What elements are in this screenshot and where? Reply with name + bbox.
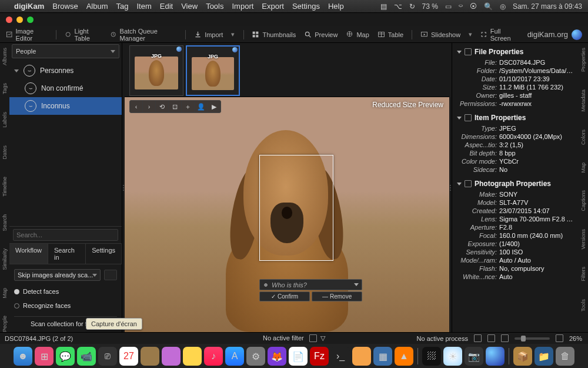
dock-monitor-icon[interactable]: ⛆ xyxy=(422,347,441,366)
fullscreen-button[interactable]: Full Screen xyxy=(480,28,519,42)
thumbnails-button[interactable]: Thumbnails xyxy=(252,31,296,38)
zoom-window-button[interactable] xyxy=(27,16,34,23)
tab-workflow[interactable]: Workflow xyxy=(9,244,48,264)
zoom-slider[interactable] xyxy=(514,337,550,340)
dock-app3-icon[interactable] xyxy=(352,347,371,366)
skip-scanned-combo[interactable]: Skip images already sca... xyxy=(14,269,101,281)
dock-app1-icon[interactable] xyxy=(141,347,159,366)
dock-screenshot-icon[interactable]: ⎚ xyxy=(98,347,117,366)
preview-area[interactable]: ‹ › ⟲ ⊡ ＋ 👤 ▶ Reduced Size Preview Who i… xyxy=(125,97,449,332)
slideshow-button[interactable]: Slideshow xyxy=(420,31,460,38)
dock-launchpad-icon[interactable]: ⊞ xyxy=(35,347,54,366)
menu-browse[interactable]: Browse xyxy=(52,2,78,11)
filter-reset-icon[interactable] xyxy=(309,334,317,342)
search-input[interactable] xyxy=(13,229,118,241)
menu-tag[interactable]: Tag xyxy=(116,2,129,11)
menu-export[interactable]: Export xyxy=(262,2,284,11)
table-button[interactable]: Table xyxy=(377,31,403,38)
tab-properties[interactable]: Properties xyxy=(580,48,586,72)
tab-labels[interactable]: Labels xyxy=(2,112,8,128)
menu-help[interactable]: Help xyxy=(328,2,344,11)
dock-showfoto-icon[interactable]: 📷 xyxy=(465,347,483,366)
dock-digikam-icon[interactable] xyxy=(486,347,505,366)
tab-settings[interactable]: Settings xyxy=(86,244,122,264)
tab-rtools[interactable]: Tools xyxy=(580,299,586,311)
dock-settings-icon[interactable]: ⚙ xyxy=(246,347,265,366)
tab-tags[interactable]: Tags xyxy=(2,83,8,94)
dock-app2-icon[interactable] xyxy=(162,347,181,366)
import-button[interactable]: Import xyxy=(194,31,223,38)
menuextra-icon[interactable]: ▤ xyxy=(380,2,387,11)
dock-music-icon[interactable]: ♪ xyxy=(204,347,223,366)
close-window-button[interactable] xyxy=(6,16,12,23)
spotlight-icon[interactable]: 🔍 xyxy=(484,2,493,11)
menu-settings[interactable]: Settings xyxy=(292,2,320,11)
app-name[interactable]: digiKam xyxy=(14,2,44,11)
dock-facetime-icon[interactable]: 📹 xyxy=(77,347,96,366)
thumbnail-2[interactable]: JPG xyxy=(186,45,240,96)
play-button[interactable]: ▶ xyxy=(208,101,220,112)
people-combo[interactable]: People xyxy=(12,44,119,58)
photograph-properties-header[interactable]: Photograph Properties xyxy=(453,177,577,190)
confirm-face-button[interactable]: ✓ Confirm xyxy=(259,291,310,301)
filter-funnel-icon[interactable]: ▽ xyxy=(320,334,325,342)
digikam-logo[interactable]: digiKam.org xyxy=(527,29,582,40)
dock-folder-icon[interactable]: 📁 xyxy=(534,347,553,366)
menu-edit[interactable]: Edit xyxy=(160,2,173,11)
tab-metadata[interactable]: Metadata xyxy=(580,89,586,112)
dock-messages-icon[interactable]: 💬 xyxy=(56,347,75,366)
remove-face-button[interactable]: — Remove xyxy=(312,291,362,301)
menu-item[interactable]: Item xyxy=(136,2,151,11)
tab-dates[interactable]: Dates xyxy=(2,145,8,160)
tab-people[interactable]: People xyxy=(2,316,8,332)
tab-captions[interactable]: Captions xyxy=(580,190,586,211)
minimize-window-button[interactable] xyxy=(16,16,23,23)
tab-similarity[interactable]: Similarity xyxy=(2,248,8,270)
tree-personnes[interactable]: ⌣ Personnes xyxy=(9,62,122,79)
tab-filters[interactable]: Filters xyxy=(580,267,586,281)
image-editor-button[interactable]: Image Editor xyxy=(6,28,48,42)
clock[interactable]: Sam. 27 mars à 09:43 xyxy=(513,2,582,11)
dock-vlc-icon[interactable]: ▲ xyxy=(395,347,413,366)
next-button[interactable]: › xyxy=(143,101,156,112)
zoom-out-icon[interactable] xyxy=(501,334,509,342)
menu-import[interactable]: Import xyxy=(232,2,254,11)
menu-album[interactable]: Album xyxy=(86,2,108,11)
dock-finder-icon[interactable]: ☻ xyxy=(14,347,32,366)
light-table-button[interactable]: Light Table xyxy=(65,28,102,42)
wifi-icon[interactable]: ⌔ xyxy=(459,2,463,11)
tab-map-left[interactable]: Map xyxy=(2,288,8,299)
detect-faces-radio[interactable]: Detect faces xyxy=(14,288,117,295)
dock-trash-icon[interactable]: 🗑 xyxy=(556,347,574,366)
tree-unknown[interactable]: ⌣ Inconnus xyxy=(9,97,122,115)
rotate-left-button[interactable]: ⟲ xyxy=(156,101,169,112)
dock-filezilla-icon[interactable]: Fz xyxy=(310,347,329,366)
map-button[interactable]: Map xyxy=(346,31,369,38)
zoom-in-icon[interactable] xyxy=(556,334,563,342)
tab-search[interactable]: Search xyxy=(2,214,8,231)
preview-button[interactable]: Preview xyxy=(304,31,338,38)
tab-timeline[interactable]: Timeline xyxy=(2,177,8,197)
who-is-this-input[interactable]: Who is this? xyxy=(259,279,362,290)
thumbnail-1[interactable]: JPG xyxy=(129,45,183,96)
prev-button[interactable]: ‹ xyxy=(130,101,143,112)
face-tag-button[interactable]: ⊡ xyxy=(169,101,182,112)
batch-queue-manager-button[interactable]: Batch Queue Manager xyxy=(110,28,177,42)
zoom-100-icon[interactable] xyxy=(487,334,495,342)
tab-versions[interactable]: Versions xyxy=(580,229,586,250)
dock-box-icon[interactable]: 📦 xyxy=(513,347,532,366)
tab-colors[interactable]: Colors xyxy=(580,130,586,145)
dock-virtualbox-icon[interactable]: ▦ xyxy=(373,347,392,366)
control-center-icon[interactable]: ⦿ xyxy=(470,2,477,11)
sync-icon[interactable]: ↻ xyxy=(409,2,415,11)
item-properties-header[interactable]: Item Properties xyxy=(453,111,577,124)
tab-albums[interactable]: Albums xyxy=(2,48,8,65)
dock-firefox-icon[interactable]: 🦊 xyxy=(268,347,286,366)
slideshow-dropdown[interactable]: ▾ xyxy=(469,31,472,38)
recognize-faces-radio[interactable]: Recognize faces xyxy=(14,302,117,309)
siri-icon[interactable]: ◎ xyxy=(500,2,506,11)
dock-calendar-icon[interactable]: 27 xyxy=(119,347,138,366)
face-detection-box[interactable] xyxy=(259,155,333,261)
skip-count-input[interactable] xyxy=(104,270,117,280)
bluetooth-icon[interactable]: ⌥ xyxy=(394,2,402,11)
